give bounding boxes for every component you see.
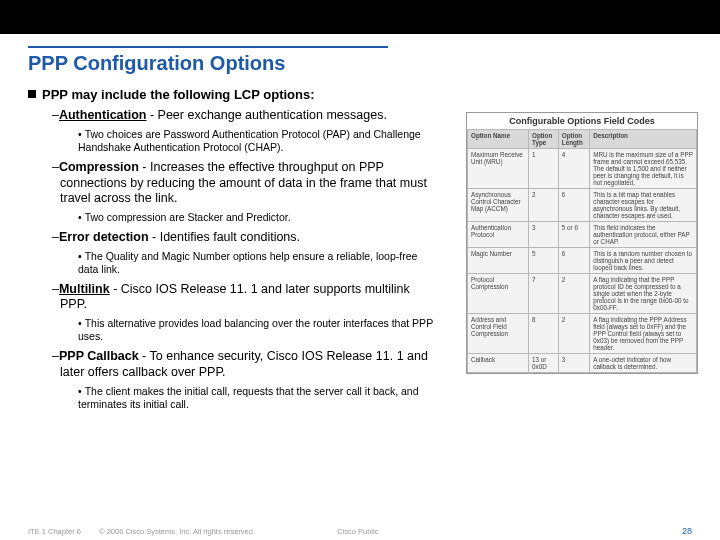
bullet-dot-icon: • (78, 128, 82, 140)
dash-icon: – (52, 230, 59, 244)
slide-title: PPP Configuration Options (28, 52, 692, 75)
option-desc: - Cisco IOS Release 11. 1 and later supp… (60, 282, 410, 312)
option-subtext: Two compression are Stacker and Predicto… (85, 211, 291, 223)
dash-icon: – (52, 349, 59, 363)
table-cell: 2 (558, 274, 589, 314)
table-row: Address and Control Field Compression82A… (468, 314, 697, 354)
table-row: Asynchronous Control Character Map (ACCM… (468, 189, 697, 222)
intro-text: PPP may include the following LCP option… (42, 87, 315, 102)
footer-right-label: Cisco Public (337, 527, 378, 536)
table-cell: Protocol Compression (468, 274, 529, 314)
option-subpoint: •Two choices are Password Authentication… (78, 128, 440, 154)
table-cell: Callback (468, 354, 529, 373)
table-cell: 5 or 6 (558, 222, 589, 248)
options-list: –Authentication - Peer exchange authenti… (60, 108, 440, 411)
option-block: –Multilink - Cisco IOS Release 11. 1 and… (60, 282, 440, 313)
bullet-dot-icon: • (78, 250, 82, 262)
option-name: PPP Callback (59, 349, 139, 363)
option-subpoint: •Two compression are Stacker and Predict… (78, 211, 440, 224)
option-subtext: The client makes the initial call, reque… (78, 385, 419, 410)
table-cell: 6 (558, 248, 589, 274)
dash-icon: – (52, 282, 59, 296)
page-number: 28 (682, 526, 692, 536)
footer-copyright: © 2006 Cisco Systems, Inc. All rights re… (99, 527, 255, 536)
table-row: Callback13 or 0x0D3A one-octet indicator… (468, 354, 697, 373)
table-cell: This field indicates the authentication … (590, 222, 697, 248)
table-cell: 8 (529, 314, 559, 354)
table-cell: This is a bit map that enables character… (590, 189, 697, 222)
bullet-dot-icon: • (78, 317, 82, 329)
option-name: Authentication (59, 108, 147, 122)
option-subpoint: •This alternative provides load balancin… (78, 317, 440, 343)
bullet-dot-icon: • (78, 385, 82, 397)
table-row: Authentication Protocol35 or 6This field… (468, 222, 697, 248)
option-subtext: This alternative provides load balancing… (78, 317, 433, 342)
option-subpoint: •The Quality and Magic Number options he… (78, 250, 440, 276)
square-bullet-icon (28, 90, 36, 98)
table-cell: A flag indicating that the PPP protocol … (590, 274, 697, 314)
table-cell: 13 or 0x0D (529, 354, 559, 373)
option-desc: - Peer exchange authentication messages. (146, 108, 386, 122)
table-cell: Maximum Receive Unit (MRU) (468, 149, 529, 189)
option-block: –PPP Callback - To enhance security, Cis… (60, 349, 440, 380)
option-name: Multilink (59, 282, 110, 296)
option-subtext: The Quality and Magic Number options hel… (78, 250, 417, 275)
dash-icon: – (52, 108, 59, 122)
table-cell: 5 (529, 248, 559, 274)
option-block: –Compression - Increases the effective t… (60, 160, 440, 207)
option-desc: - Identifies fault conditions. (149, 230, 300, 244)
option-name: Error detection (59, 230, 149, 244)
option-block: –Authentication - Peer exchange authenti… (60, 108, 440, 124)
table-cell: 2 (529, 189, 559, 222)
table-cell: Authentication Protocol (468, 222, 529, 248)
figure-title: Configurable Options Field Codes (467, 113, 697, 129)
bullet-dot-icon: • (78, 211, 82, 223)
table-cell: 6 (558, 189, 589, 222)
table-header-cell: Description (590, 130, 697, 149)
table-header-cell: Option Length (558, 130, 589, 149)
table-cell: Magic Number (468, 248, 529, 274)
table-cell: This is a random number chosen to distin… (590, 248, 697, 274)
table-header-cell: Option Type (529, 130, 559, 149)
options-table-figure: Configurable Options Field Codes Option … (466, 112, 698, 374)
table-row: Magic Number56This is a random number ch… (468, 248, 697, 274)
table-cell: 3 (558, 354, 589, 373)
table-cell: Asynchronous Control Character Map (ACCM… (468, 189, 529, 222)
table-cell: 1 (529, 149, 559, 189)
table-cell: 3 (529, 222, 559, 248)
dash-icon: – (52, 160, 59, 174)
table-cell: 2 (558, 314, 589, 354)
footer-chapter: ITE 1 Chapter 6 (28, 527, 81, 536)
table-cell: A one-octet indicator of how callback is… (590, 354, 697, 373)
option-subpoint: •The client makes the initial call, requ… (78, 385, 440, 411)
table-cell: 7 (529, 274, 559, 314)
table-cell: A flag indicating the PPP Address field … (590, 314, 697, 354)
table-cell: MRU is the maximum size of a PPP frame a… (590, 149, 697, 189)
table-row: Protocol Compression72A flag indicating … (468, 274, 697, 314)
table-header-cell: Option Name (468, 130, 529, 149)
title-rule (28, 46, 388, 48)
options-table: Option NameOption TypeOption LengthDescr… (467, 129, 697, 373)
table-cell: 4 (558, 149, 589, 189)
option-subtext: Two choices are Password Authentication … (78, 128, 421, 153)
option-name: Compression (59, 160, 139, 174)
table-row: Maximum Receive Unit (MRU)14MRU is the m… (468, 149, 697, 189)
slide-body: PPP Configuration Options PPP may includ… (0, 34, 720, 522)
top-black-bar (0, 0, 720, 34)
table-cell: Address and Control Field Compression (468, 314, 529, 354)
intro-line: PPP may include the following LCP option… (28, 87, 692, 102)
option-block: –Error detection - Identifies fault cond… (60, 230, 440, 246)
slide-footer: ITE 1 Chapter 6 © 2006 Cisco Systems, In… (0, 522, 720, 540)
